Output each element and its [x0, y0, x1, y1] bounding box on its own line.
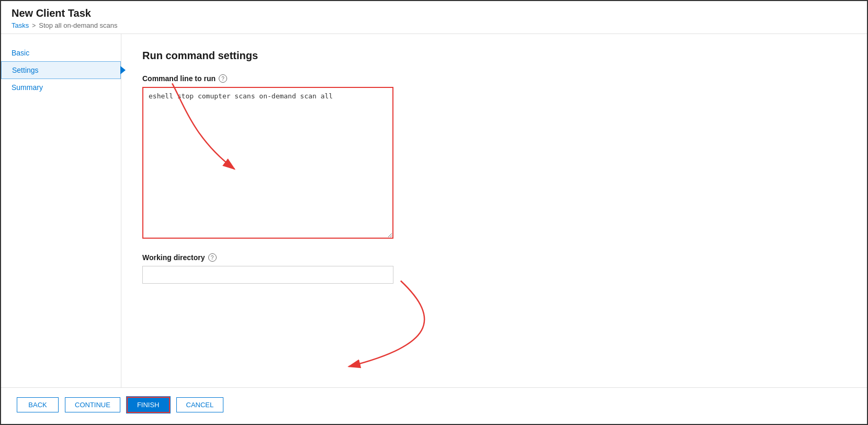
command-line-textarea[interactable]: eshell stop comupter scans on-demand sca… — [142, 87, 393, 239]
page-title: New Client Task — [12, 7, 856, 19]
finish-button[interactable]: FINISH — [127, 397, 170, 413]
sidebar-item-settings[interactable]: Settings — [1, 61, 121, 79]
back-button[interactable]: BACK — [17, 397, 59, 412]
working-dir-input[interactable] — [142, 266, 393, 284]
command-line-label: Command line to run ? — [142, 74, 846, 83]
section-title: Run command settings — [142, 50, 846, 62]
working-dir-help-icon[interactable]: ? — [208, 253, 217, 262]
working-dir-field-group: Working directory ? — [142, 253, 846, 284]
breadcrumb-current: Stop all on-demand scans — [39, 21, 117, 29]
working-dir-label: Working directory ? — [142, 253, 846, 262]
command-line-field-group: Command line to run ? eshell stop comupt… — [142, 74, 846, 241]
breadcrumb-separator: > — [32, 22, 36, 29]
sidebar-item-basic[interactable]: Basic — [1, 44, 121, 61]
cancel-button[interactable]: CANCEL — [176, 397, 224, 412]
breadcrumb: Tasks > Stop all on-demand scans — [12, 21, 856, 29]
footer: BACK CONTINUE FINISH CANCEL — [1, 387, 867, 421]
sidebar: Basic Settings Summary — [1, 34, 121, 387]
sidebar-item-summary[interactable]: Summary — [1, 79, 121, 96]
content-area: Run command settings Command line to run… — [121, 34, 867, 387]
breadcrumb-tasks-link[interactable]: Tasks — [12, 21, 29, 29]
main-layout: Basic Settings Summary Run command setti… — [1, 34, 867, 387]
header: New Client Task Tasks > Stop all on-dema… — [1, 1, 867, 34]
continue-button[interactable]: CONTINUE — [65, 397, 120, 412]
command-line-help-icon[interactable]: ? — [219, 74, 227, 83]
